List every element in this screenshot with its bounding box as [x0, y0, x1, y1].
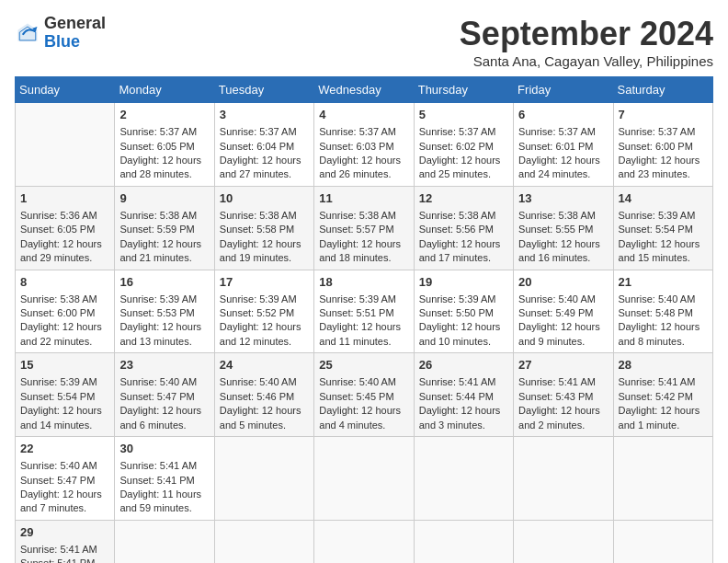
calendar-cell: 21Sunrise: 5:40 AMSunset: 5:48 PMDayligh…	[613, 270, 712, 353]
calendar-cell: 3Sunrise: 5:37 AMSunset: 6:04 PMDaylight…	[214, 103, 313, 187]
cell-line: and 3 minutes.	[419, 419, 508, 432]
cell-line: Daylight: 12 hours	[619, 154, 708, 167]
calendar-cell	[115, 520, 214, 563]
cell-line: Sunset: 5:50 PM	[419, 306, 508, 320]
cell-line: and 22 minutes.	[20, 335, 109, 349]
cell-line: and 23 minutes.	[619, 167, 708, 181]
cell-line: and 28 minutes.	[119, 167, 209, 181]
cell-line: Sunrise: 5:38 AM	[220, 209, 309, 223]
cell-line: Sunrise: 5:41 AM	[119, 459, 209, 473]
cell-line: Daylight: 12 hours	[518, 404, 608, 418]
cell-line: Sunset: 5:55 PM	[518, 223, 608, 236]
cell-line: Daylight: 12 hours	[119, 320, 209, 334]
cell-line: Daylight: 12 hours	[319, 404, 408, 418]
page-subtitle: Santa Ana, Cagayan Valley, Philippines	[460, 53, 713, 69]
calendar-cell	[214, 437, 313, 521]
calendar-cell: 4Sunrise: 5:37 AMSunset: 6:03 PMDaylight…	[314, 103, 414, 187]
cell-line: Daylight: 12 hours	[419, 237, 508, 251]
cell-line: Daylight: 12 hours	[20, 320, 109, 334]
day-number: 15	[20, 357, 109, 373]
cell-line: Sunrise: 5:41 AM	[518, 375, 608, 389]
calendar-cell: 13Sunrise: 5:38 AMSunset: 5:55 PMDayligh…	[514, 186, 613, 270]
day-header-monday: Monday	[115, 77, 214, 103]
cell-line: Daylight: 12 hours	[220, 320, 309, 334]
cell-line: Daylight: 12 hours	[119, 154, 209, 167]
day-number: 4	[319, 107, 408, 123]
calendar-cell	[314, 437, 414, 521]
calendar-cell: 25Sunrise: 5:40 AMSunset: 5:45 PMDayligh…	[314, 353, 414, 437]
calendar-cell	[514, 520, 613, 563]
cell-line: and 16 minutes.	[518, 251, 608, 265]
cell-line: Sunset: 6:05 PM	[119, 140, 209, 154]
day-number: 7	[619, 107, 708, 123]
day-header-friday: Friday	[514, 77, 613, 103]
week-row-1: 1Sunrise: 5:36 AMSunset: 6:05 PMDaylight…	[16, 186, 713, 270]
title-block: September 2024 Santa Ana, Cagayan Valley…	[460, 15, 713, 69]
cell-line: Daylight: 12 hours	[518, 154, 608, 167]
calendar-cell: 9Sunrise: 5:38 AMSunset: 5:59 PMDaylight…	[115, 186, 214, 270]
cell-line: Daylight: 11 hours	[119, 488, 209, 501]
calendar-cell: 17Sunrise: 5:39 AMSunset: 5:52 PMDayligh…	[214, 270, 313, 353]
cell-line: and 25 minutes.	[419, 167, 508, 181]
calendar-cell	[414, 437, 513, 521]
cell-line: Sunset: 5:56 PM	[419, 223, 508, 236]
cell-line: and 10 minutes.	[419, 335, 508, 349]
cell-line: and 5 minutes.	[220, 419, 309, 432]
calendar-header: SundayMondayTuesdayWednesdayThursdayFrid…	[16, 77, 713, 103]
page-header: General Blue September 2024 Santa Ana, C…	[15, 15, 713, 69]
calendar-table: SundayMondayTuesdayWednesdayThursdayFrid…	[15, 76, 713, 563]
logo-blue: Blue	[44, 33, 106, 52]
calendar-cell: 26Sunrise: 5:41 AMSunset: 5:44 PMDayligh…	[414, 353, 513, 437]
cell-line: Daylight: 12 hours	[518, 237, 608, 251]
day-number: 10	[220, 190, 309, 207]
cell-line: Sunrise: 5:39 AM	[220, 293, 309, 306]
cell-line: Sunrise: 5:40 AM	[619, 293, 708, 306]
calendar-cell: 18Sunrise: 5:39 AMSunset: 5:51 PMDayligh…	[314, 270, 414, 353]
cell-line: Sunrise: 5:37 AM	[619, 125, 708, 139]
cell-line: and 4 minutes.	[319, 419, 408, 432]
cell-line: and 6 minutes.	[119, 419, 209, 432]
calendar-cell: 16Sunrise: 5:39 AMSunset: 5:53 PMDayligh…	[115, 270, 214, 353]
day-number: 27	[518, 357, 608, 373]
cell-line: and 19 minutes.	[220, 251, 309, 265]
day-number: 25	[319, 357, 408, 373]
calendar-cell: 15Sunrise: 5:39 AMSunset: 5:54 PMDayligh…	[16, 353, 115, 437]
cell-line: Sunrise: 5:39 AM	[319, 293, 408, 306]
days-of-week-row: SundayMondayTuesdayWednesdayThursdayFrid…	[16, 77, 713, 103]
cell-line: Sunrise: 5:40 AM	[319, 375, 408, 389]
cell-line: Sunrise: 5:38 AM	[319, 209, 408, 223]
cell-line: Sunrise: 5:41 AM	[20, 543, 109, 557]
cell-line: Sunset: 5:41 PM	[20, 557, 109, 563]
cell-line: and 8 minutes.	[619, 335, 708, 349]
cell-line: and 59 minutes.	[119, 501, 209, 515]
day-number: 23	[119, 357, 209, 373]
day-number: 2	[119, 107, 209, 123]
cell-line: Sunrise: 5:38 AM	[119, 209, 209, 223]
cell-line: Daylight: 12 hours	[20, 404, 109, 418]
week-row-4: 22Sunrise: 5:40 AMSunset: 5:47 PMDayligh…	[16, 437, 713, 521]
calendar-cell: 5Sunrise: 5:37 AMSunset: 6:02 PMDaylight…	[414, 103, 513, 187]
week-row-2: 8Sunrise: 5:38 AMSunset: 6:00 PMDaylight…	[16, 270, 713, 353]
calendar-cell	[214, 520, 313, 563]
cell-line: Daylight: 12 hours	[119, 237, 209, 251]
cell-line: Sunrise: 5:38 AM	[419, 209, 508, 223]
calendar-cell: 8Sunrise: 5:38 AMSunset: 6:00 PMDaylight…	[16, 270, 115, 353]
cell-line: Daylight: 12 hours	[419, 404, 508, 418]
cell-line: Sunset: 5:44 PM	[419, 390, 508, 404]
cell-line: Sunset: 5:57 PM	[319, 223, 408, 236]
day-number: 14	[619, 190, 708, 207]
cell-line: Sunrise: 5:36 AM	[20, 209, 109, 223]
day-number: 18	[319, 274, 408, 291]
cell-line: Daylight: 12 hours	[220, 154, 309, 167]
calendar-cell: 24Sunrise: 5:40 AMSunset: 5:46 PMDayligh…	[214, 353, 313, 437]
week-row-0: 2Sunrise: 5:37 AMSunset: 6:05 PMDaylight…	[16, 103, 713, 187]
calendar-cell	[314, 520, 414, 563]
cell-line: Daylight: 12 hours	[619, 404, 708, 418]
logo-text: General Blue	[44, 15, 106, 52]
calendar-cell: 10Sunrise: 5:38 AMSunset: 5:58 PMDayligh…	[214, 186, 313, 270]
cell-line: Daylight: 12 hours	[119, 404, 209, 418]
week-row-5: 29Sunrise: 5:41 AMSunset: 5:41 PMDayligh…	[16, 520, 713, 563]
cell-line: Sunset: 5:51 PM	[319, 306, 408, 320]
cell-line: and 26 minutes.	[319, 167, 408, 181]
cell-line: and 18 minutes.	[319, 251, 408, 265]
